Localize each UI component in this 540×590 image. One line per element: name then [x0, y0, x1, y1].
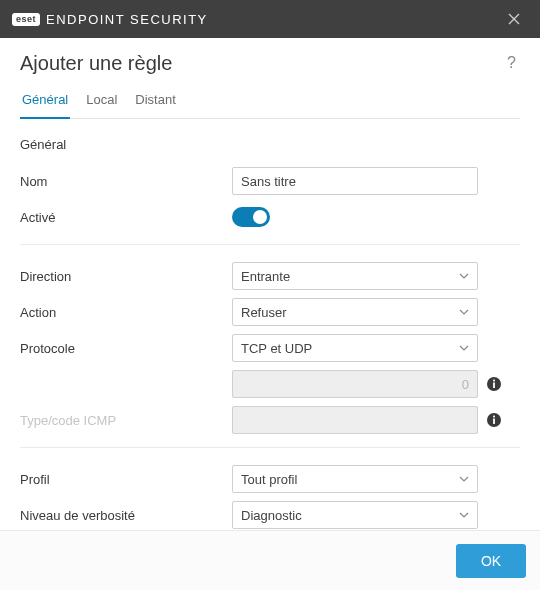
verbosity-label: Niveau de verbosité: [20, 508, 232, 523]
action-label: Action: [20, 305, 232, 320]
direction-label: Direction: [20, 269, 232, 284]
name-label: Nom: [20, 174, 232, 189]
chevron-down-icon: [459, 474, 469, 484]
protocol-label: Protocole: [20, 341, 232, 356]
chevron-down-icon: [459, 271, 469, 281]
help-button[interactable]: ?: [503, 52, 520, 74]
tab-remote[interactable]: Distant: [133, 88, 177, 119]
verbosity-select[interactable]: Diagnostic: [232, 501, 478, 529]
section-general-heading: Général: [20, 137, 520, 152]
info-icon[interactable]: [486, 376, 502, 392]
svg-rect-5: [493, 416, 495, 418]
chevron-down-icon: [459, 510, 469, 520]
tabs: Général Local Distant: [20, 87, 520, 119]
brand: eset ENDPOINT SECURITY: [12, 12, 208, 27]
close-icon: [508, 13, 520, 25]
icmp-label: Type/code ICMP: [20, 413, 232, 428]
icmp-input: [232, 406, 478, 434]
enabled-label: Activé: [20, 210, 232, 225]
protocol-select[interactable]: TCP et UDP: [232, 334, 478, 362]
port-input: [232, 370, 478, 398]
svg-rect-1: [493, 383, 495, 389]
verbosity-value: Diagnostic: [241, 508, 302, 523]
svg-rect-2: [493, 380, 495, 382]
tab-local[interactable]: Local: [84, 88, 119, 119]
footer: OK: [0, 530, 540, 590]
titlebar: eset ENDPOINT SECURITY: [0, 0, 540, 38]
action-select[interactable]: Refuser: [232, 298, 478, 326]
toggle-knob: [253, 210, 267, 224]
profile-label: Profil: [20, 472, 232, 487]
action-value: Refuser: [241, 305, 287, 320]
page-title: Ajouter une règle: [20, 52, 172, 75]
enabled-toggle[interactable]: [232, 207, 270, 227]
ok-button[interactable]: OK: [456, 544, 526, 578]
protocol-value: TCP et UDP: [241, 341, 312, 356]
profile-select[interactable]: Tout profil: [232, 465, 478, 493]
product-name: ENDPOINT SECURITY: [46, 12, 208, 27]
chevron-down-icon: [459, 307, 469, 317]
direction-select[interactable]: Entrante: [232, 262, 478, 290]
brand-logo: eset: [12, 13, 40, 26]
info-icon[interactable]: [486, 412, 502, 428]
help-icon: ?: [507, 54, 516, 71]
tab-general[interactable]: Général: [20, 88, 70, 119]
name-input[interactable]: [232, 167, 478, 195]
svg-rect-4: [493, 419, 495, 425]
close-button[interactable]: [500, 5, 528, 33]
divider: [20, 244, 520, 245]
direction-value: Entrante: [241, 269, 290, 284]
profile-value: Tout profil: [241, 472, 297, 487]
divider: [20, 447, 520, 448]
chevron-down-icon: [459, 343, 469, 353]
